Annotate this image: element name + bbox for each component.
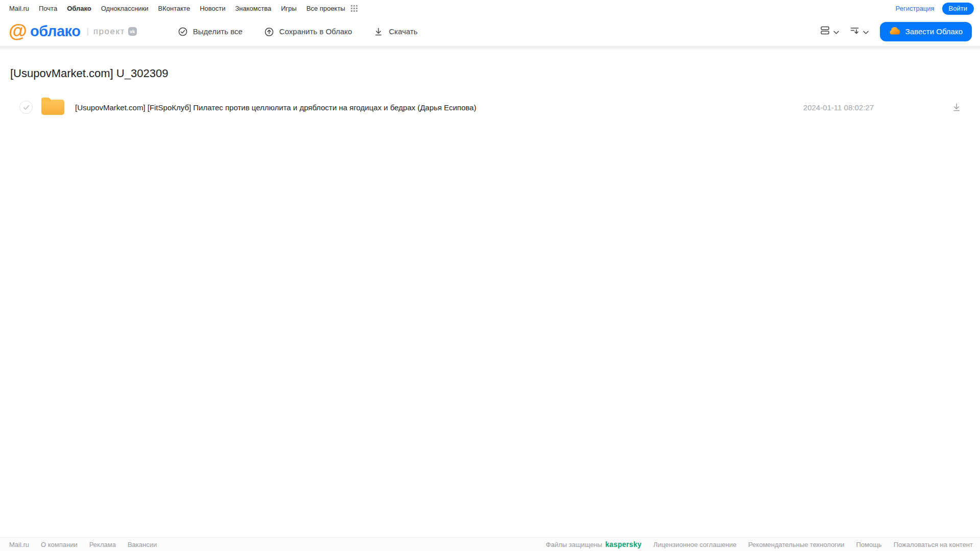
sort-icon [849, 25, 860, 38]
portal-nav: Mail.ru Почта Облако Одноклассники ВКонт… [0, 0, 980, 17]
file-name-link[interactable]: [UsupovMarket.com] [FitSpoКлуб] Пилатес … [75, 103, 476, 112]
portal-nav-links: Mail.ru Почта Облако Одноклассники ВКонт… [9, 5, 357, 12]
project-label: проект [93, 27, 125, 37]
logo-text: облако [30, 23, 80, 40]
view-mode-dropdown[interactable] [820, 25, 839, 38]
file-listing: [UsupovMarket.com] U_302309 [UsupovMarke… [0, 51, 980, 537]
select-all-label: Выделить все [193, 27, 243, 36]
all-projects-grid-icon[interactable] [351, 5, 357, 12]
file-toolbar: Выделить все Сохранить в Облако Скачат [178, 27, 418, 37]
header-right-controls: Завести Облако [820, 22, 972, 41]
get-cloud-label: Завести Облако [905, 27, 963, 36]
footer-mailru-link[interactable]: Mail.ru [9, 541, 29, 548]
kaspersky-protection: Файлы защищены kaspersky [546, 540, 642, 548]
footer-recommendations-link[interactable]: Рекомендательные технологии [748, 541, 844, 548]
folder-icon [41, 100, 64, 115]
file-modified-date: 2024-01-11 08:02:27 [803, 103, 874, 112]
footer-report-link[interactable]: Пожаловаться на контент [894, 541, 973, 548]
cloud-header: @ облако | проект vk Выделить все [0, 17, 980, 46]
download-label: Скачать [389, 27, 417, 36]
cloud-upload-icon [264, 27, 274, 37]
file-row[interactable]: [UsupovMarket.com] [FitSpoКлуб] Пилатес … [0, 96, 980, 118]
login-button[interactable]: Войти [942, 3, 974, 15]
footer-about-link[interactable]: О компании [41, 541, 78, 548]
nav-mailru[interactable]: Mail.ru [9, 5, 29, 12]
kaspersky-logo[interactable]: kaspersky [605, 540, 641, 548]
nav-dating[interactable]: Знакомства [235, 5, 271, 12]
portal-nav-auth: Регистрация Войти [896, 3, 974, 15]
nav-all-projects[interactable]: Все проекты [306, 5, 345, 12]
nav-cloud[interactable]: Облако [67, 5, 91, 12]
download-button[interactable]: Скачать [373, 27, 417, 37]
footer-left-links: Mail.ru О компании Реклама Вакансии [9, 541, 157, 548]
footer-ads-link[interactable]: Реклама [89, 541, 116, 548]
save-to-cloud-label: Сохранить в Облако [279, 27, 352, 36]
nav-news[interactable]: Новости [200, 5, 225, 12]
cloud-logo[interactable]: @ облако | проект vk [9, 22, 137, 40]
select-all-button[interactable]: Выделить все [178, 27, 243, 37]
vk-badge-icon: vk [128, 27, 137, 36]
chevron-down-icon [833, 27, 839, 36]
page-footer: Mail.ru О компании Реклама Вакансии Файл… [0, 537, 980, 551]
check-circle-icon [178, 27, 188, 37]
nav-games[interactable]: Игры [281, 5, 297, 12]
row-checkbox[interactable] [19, 101, 33, 114]
footer-help-link[interactable]: Помощь [856, 541, 881, 548]
save-to-cloud-button[interactable]: Сохранить в Облако [264, 27, 352, 37]
logo-separator: | [86, 27, 88, 37]
get-cloud-button[interactable]: Завести Облако [880, 22, 972, 41]
file-download-icon[interactable] [951, 102, 962, 112]
protected-label: Файлы защищены [546, 541, 602, 548]
footer-license-link[interactable]: Лицензионное соглашение [653, 541, 736, 548]
page-title: [UsupovMarket.com] U_302309 [10, 67, 980, 80]
download-icon [373, 27, 384, 37]
orange-cloud-icon [889, 27, 901, 36]
nav-odnoklassniki[interactable]: Одноклассники [101, 5, 149, 12]
mailru-at-icon: @ [9, 21, 27, 40]
header-shadow [0, 46, 980, 51]
list-view-icon [820, 25, 830, 38]
nav-mail[interactable]: Почта [39, 5, 57, 12]
footer-right-links: Файлы защищены kaspersky Лицензионное со… [546, 540, 973, 548]
chevron-down-icon [863, 27, 869, 36]
footer-jobs-link[interactable]: Вакансии [128, 541, 157, 548]
sort-dropdown[interactable] [849, 25, 869, 38]
registration-link[interactable]: Регистрация [896, 5, 935, 12]
nav-vkontakte[interactable]: ВКонтакте [158, 5, 190, 12]
